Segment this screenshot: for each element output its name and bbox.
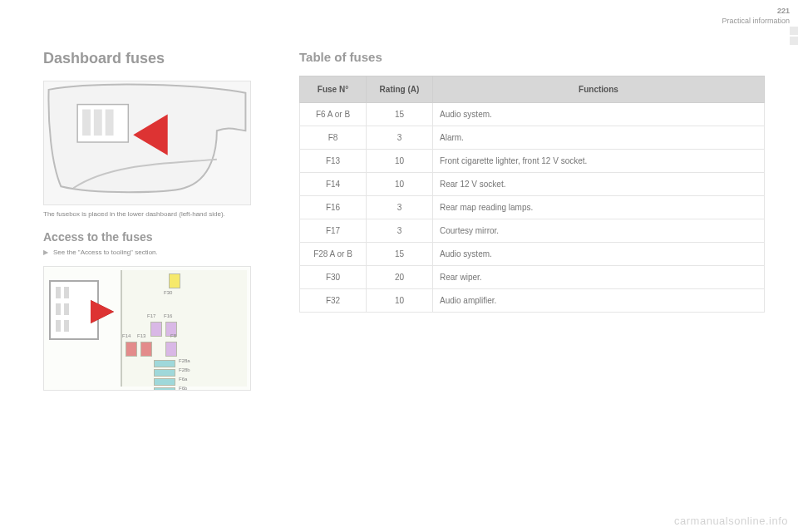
cell-rating: 10 bbox=[367, 150, 433, 173]
col-functions: Functions bbox=[433, 76, 765, 103]
table-row: F83Alarm. bbox=[300, 126, 765, 150]
right-column: Table of fuses Fuse N° Rating (A) Functi… bbox=[299, 50, 765, 391]
label-f6a: F6a bbox=[179, 377, 187, 382]
cell-rating: 10 bbox=[367, 289, 433, 313]
dashboard-fuses-heading: Dashboard fuses bbox=[43, 50, 276, 67]
side-tabs bbox=[790, 27, 798, 47]
svg-rect-2 bbox=[94, 110, 102, 136]
label-f28b: F28b bbox=[179, 367, 190, 372]
tab-marker bbox=[790, 37, 798, 45]
access-heading: Access to the fuses bbox=[43, 230, 276, 244]
arrow-icon bbox=[91, 300, 114, 323]
figure-dashboard-fusebox bbox=[43, 81, 251, 205]
cell-n: F16 bbox=[300, 196, 367, 219]
label-f8: F8 bbox=[170, 333, 176, 338]
cell-n: F13 bbox=[300, 150, 367, 173]
table-row: F6 A or B15Audio system. bbox=[300, 103, 765, 126]
cell-n: F32 bbox=[300, 289, 367, 313]
table-row: F1310Front cigarette lighter, front 12 V… bbox=[300, 150, 765, 173]
page-header: 221 Practical information bbox=[722, 7, 790, 26]
col-fuse-n: Fuse N° bbox=[300, 76, 367, 103]
table-row: F3020Rear wiper. bbox=[300, 266, 765, 289]
figure1-caption: The fusebox is placed in the lower dashb… bbox=[43, 210, 276, 219]
label-f14: F14 bbox=[122, 333, 131, 338]
cell-fn: Alarm. bbox=[433, 126, 765, 150]
cell-n: F30 bbox=[300, 266, 367, 289]
section-label: Practical information bbox=[722, 17, 790, 27]
cell-fn: Audio system. bbox=[433, 243, 765, 266]
fuse-board: F30 F17 F16 F14 F13 F8 F28a F28b bbox=[121, 270, 247, 387]
label-f6b: F6b bbox=[179, 386, 187, 391]
cell-n: F14 bbox=[300, 173, 367, 196]
fuses-table: Fuse N° Rating (A) Functions F6 A or B15… bbox=[299, 76, 765, 313]
cell-rating: 3 bbox=[367, 219, 433, 243]
cell-fn: Audio system. bbox=[433, 103, 765, 126]
cell-n: F17 bbox=[300, 219, 367, 243]
table-row: F173Courtesy mirror. bbox=[300, 219, 765, 243]
left-column: Dashboard fuses The fusebox is placed in… bbox=[43, 50, 276, 391]
cell-rating: 15 bbox=[367, 243, 433, 266]
cell-rating: 3 bbox=[367, 126, 433, 150]
watermark: carmanualsonline.info bbox=[674, 515, 788, 527]
cell-fn: Rear 12 V socket. bbox=[433, 173, 765, 196]
label-f13: F13 bbox=[137, 333, 145, 338]
col-rating: Rating (A) bbox=[367, 76, 433, 103]
cell-rating: 3 bbox=[367, 196, 433, 219]
cell-n: F8 bbox=[300, 126, 367, 150]
table-row: F1410Rear 12 V socket. bbox=[300, 173, 765, 196]
figure-fuse-diagram: F30 F17 F16 F14 F13 F8 F28a F28b bbox=[43, 266, 251, 391]
table-row: F163Rear map reading lamps. bbox=[300, 196, 765, 219]
cell-fn: Rear wiper. bbox=[433, 266, 765, 289]
access-bullet-text: See the "Access to tooling" section. bbox=[53, 249, 158, 256]
cell-fn: Courtesy mirror. bbox=[433, 219, 765, 243]
cell-rating: 10 bbox=[367, 173, 433, 196]
cell-n: F28 A or B bbox=[300, 243, 367, 266]
table-header-row: Fuse N° Rating (A) Functions bbox=[300, 76, 765, 103]
access-bullet: ▶ See the "Access to tooling" section. bbox=[43, 249, 276, 256]
svg-rect-1 bbox=[82, 110, 91, 136]
page-number: 221 bbox=[722, 7, 790, 17]
cell-fn: Rear map reading lamps. bbox=[433, 196, 765, 219]
table-row: F28 A or B15Audio system. bbox=[300, 243, 765, 266]
manual-page: 221 Practical information Dashboard fuse… bbox=[0, 0, 798, 532]
tab-marker bbox=[790, 27, 798, 35]
cell-rating: 15 bbox=[367, 103, 433, 126]
label-f17: F17 bbox=[147, 313, 155, 318]
table-row: F3210Audio amplifier. bbox=[300, 289, 765, 313]
cell-fn: Front cigarette lighter, front 12 V sock… bbox=[433, 150, 765, 173]
label-f16: F16 bbox=[164, 313, 172, 318]
cell-rating: 20 bbox=[367, 266, 433, 289]
table-heading: Table of fuses bbox=[299, 50, 765, 64]
bullet-icon: ▶ bbox=[43, 249, 48, 256]
label-f30: F30 bbox=[164, 290, 172, 295]
dashboard-sketch bbox=[44, 81, 250, 204]
label-f28a: F28a bbox=[179, 358, 190, 363]
svg-rect-3 bbox=[106, 110, 114, 136]
cell-n: F6 A or B bbox=[300, 103, 367, 126]
cell-fn: Audio amplifier. bbox=[433, 289, 765, 313]
